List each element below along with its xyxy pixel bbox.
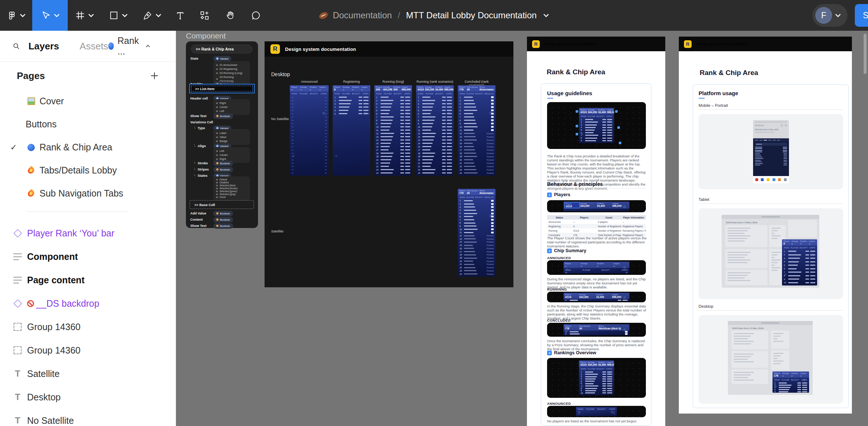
decoration [447, 130, 452, 131]
chevron-down-icon[interactable] [543, 14, 549, 17]
breadcrumb-file-name[interactable]: MTT Detail Lobby Documentation [406, 10, 537, 20]
frame-platform-usage[interactable]: R Design system documentation Rank & Chi… [679, 37, 852, 414]
result-badge [491, 100, 494, 101]
decoration [447, 113, 452, 114]
pen-tool-button[interactable] [135, 0, 169, 31]
table-row: 16 [418, 145, 452, 148]
decoration: 7 [460, 219, 463, 221]
chevron-down-icon [156, 14, 161, 17]
prop-badge-boolean[interactable]: Boolean [213, 167, 233, 172]
shape-tool-button[interactable] [101, 0, 135, 31]
decoration [727, 233, 745, 234]
add-page-button[interactable] [149, 71, 160, 81]
tab-layers[interactable]: Layers [29, 41, 59, 52]
figma-menu-button[interactable] [0, 0, 32, 31]
text-tool-button[interactable] [169, 0, 191, 31]
prop-badge-variant[interactable]: Variant [213, 56, 231, 61]
decoration: 1 [565, 299, 569, 301]
table-row [565, 273, 628, 273]
frame-tool-button[interactable] [68, 0, 101, 31]
decoration [788, 265, 798, 266]
pages-list: CoverButtons✓Rank & Chip AreaTabs/Detail… [0, 90, 176, 205]
frame-design-system-dark[interactable]: R Design system documentation Desktop No… [265, 41, 513, 287]
layer-item[interactable]: __DS backdrop [0, 292, 176, 315]
decoration [802, 389, 807, 390]
table-row [292, 155, 327, 158]
table-variant-label: Running (long) [374, 80, 412, 83]
breadcrumb-project[interactable]: Documentation [333, 10, 392, 20]
selected-list-item[interactable]: >> List-Item [189, 84, 255, 93]
layer-item[interactable]: TNo Satellite [0, 409, 176, 426]
decoration [325, 100, 327, 101]
layer-item[interactable]: Component [0, 245, 176, 268]
table-row [292, 119, 327, 122]
layer-item[interactable]: Group 14360 [0, 315, 176, 339]
decoration: Variant [220, 57, 228, 60]
actions-tool-button[interactable] [191, 0, 218, 31]
stat-cell: Players778 [565, 325, 578, 330]
prop-label: └ Type [193, 126, 205, 130]
decoration [805, 275, 809, 276]
sidebar-page-item[interactable]: Cover [0, 90, 176, 113]
sidebar-page-item[interactable]: Buttons [0, 113, 176, 136]
sidebar-page-item[interactable]: Sub Navigation Tabs [0, 182, 176, 205]
comment-tool-button[interactable] [243, 0, 269, 31]
decoration: Finished [487, 270, 494, 272]
table-row: 15 [376, 142, 410, 145]
table-row: 9 [376, 122, 410, 125]
desktop-rank-table: Players176Average–Smallest–Largest–RANKP… [772, 371, 809, 393]
prop-badge-boolean[interactable]: Boolean [213, 161, 233, 166]
decoration: 14 [460, 241, 463, 243]
prop-badge-boolean[interactable]: Boolean [213, 223, 233, 229]
decoration [381, 143, 391, 144]
base-cell-item[interactable]: >> Base Cell [190, 200, 254, 209]
decoration: 19 [460, 257, 463, 259]
decoration [727, 228, 751, 229]
prop-badge-boolean[interactable]: Boolean [213, 217, 233, 223]
decoration [727, 235, 751, 236]
decoration: 334,200 [425, 88, 434, 91]
page-switcher[interactable]: Rank ... [108, 36, 150, 57]
variant-option: 01 Announced [216, 63, 247, 67]
canvas[interactable]: Component >> Rank & Chip Area StateVaria… [176, 31, 868, 426]
boolean-icon [216, 115, 218, 117]
layer-item[interactable]: Player Rank ‘You’ bar [0, 221, 176, 245]
share-button[interactable]: Share [855, 4, 868, 27]
tab-assets[interactable]: Assets [80, 41, 108, 52]
decoration [325, 133, 327, 134]
decoration [585, 127, 596, 128]
result-badge [491, 222, 494, 224]
decoration [805, 279, 809, 280]
hand-icon [225, 10, 236, 21]
decoration: 8 [460, 222, 463, 224]
decoration: BOUNTY [475, 93, 483, 95]
table-row [292, 161, 327, 165]
move-tool-button[interactable] [32, 0, 68, 31]
stats-strip: Players–Average–Smallest–Largest– [290, 85, 329, 91]
layer-item[interactable]: TSatellite [0, 362, 176, 385]
frame-usage-guidelines[interactable]: R Design system documentation Rank & Chi… [527, 37, 665, 426]
search-icon[interactable] [12, 41, 20, 51]
hand-tool-button[interactable] [218, 0, 243, 31]
decoration [727, 262, 748, 263]
canvas-scrollbar[interactable] [864, 34, 867, 74]
table-row [334, 142, 368, 145]
account-menu[interactable]: F [812, 4, 848, 27]
component-properties-panel[interactable]: >> Rank & Chip Area StateVariant01 Annou… [186, 41, 258, 228]
layer-item[interactable]: TDesktop [0, 385, 176, 409]
frame-label-component[interactable]: Component [186, 31, 226, 40]
sidebar-page-item[interactable]: Tabs/Details Lobby [0, 159, 176, 182]
decoration: – [613, 265, 628, 267]
decoration [464, 232, 474, 233]
prop-badge-boolean[interactable]: Boolean [213, 211, 233, 216]
layer-item[interactable]: Page content [0, 268, 176, 292]
layer-item[interactable]: Group 14360 [0, 339, 176, 362]
decoration: Boolean [220, 212, 230, 215]
decoration [810, 275, 815, 276]
decoration [400, 172, 404, 173]
picture-icon [27, 97, 35, 105]
sidebar-page-item[interactable]: ✓Rank & Chip Area [0, 136, 176, 159]
prop-badge-boolean[interactable]: Boolean [213, 113, 233, 119]
table-row [292, 99, 327, 102]
decoration [783, 157, 787, 157]
